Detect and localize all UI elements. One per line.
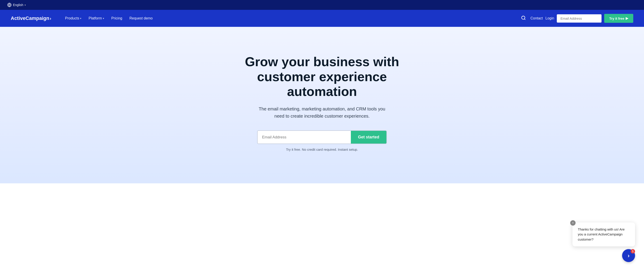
language-selector[interactable]: English ▾ xyxy=(7,3,26,7)
hero-title: Grow your business with customer experie… xyxy=(230,54,414,99)
platform-chevron: ▾ xyxy=(103,17,104,20)
hero-subtitle: The email marketing, marketing automatio… xyxy=(257,105,387,120)
nav-products[interactable]: Products ▾ xyxy=(62,14,84,22)
nav-try-free-button[interactable]: Try it free ▶ xyxy=(604,14,633,23)
hero-email-input[interactable] xyxy=(258,131,351,144)
logo[interactable]: ActiveCampaign › xyxy=(11,16,51,21)
nav-platform[interactable]: Platform ▾ xyxy=(86,14,107,22)
hero-get-started-button[interactable]: Get started xyxy=(351,131,386,144)
nav-login[interactable]: Login xyxy=(546,16,554,20)
nav-email-input[interactable] xyxy=(557,14,602,22)
globe-icon xyxy=(7,3,12,7)
navbar: ActiveCampaign › Products ▾ Platform ▾ P… xyxy=(0,10,644,27)
nav-contact[interactable]: Contact xyxy=(530,16,543,20)
logo-arrow: › xyxy=(50,16,51,21)
hero-section: Grow your business with customer experie… xyxy=(0,27,644,183)
svg-line-3 xyxy=(524,19,525,20)
nav-request-demo[interactable]: Request demo xyxy=(126,14,156,22)
hero-form: Get started xyxy=(257,130,387,144)
chevron-down-icon: ▾ xyxy=(24,4,26,6)
nav-pricing[interactable]: Pricing xyxy=(108,14,126,22)
search-icon[interactable] xyxy=(519,14,528,23)
hero-disclaimer: Try it free. No credit card required. In… xyxy=(286,148,358,152)
products-chevron: ▾ xyxy=(80,17,82,20)
language-label: English xyxy=(13,3,23,7)
try-btn-arrow: ▶ xyxy=(626,16,628,20)
svg-point-2 xyxy=(522,16,525,19)
top-bar: English ▾ xyxy=(0,0,644,10)
nav-links: Products ▾ Platform ▾ Pricing Request de… xyxy=(62,14,519,22)
nav-actions: Contact Login Try it free ▶ xyxy=(519,14,633,23)
logo-text: ActiveCampaign xyxy=(11,16,49,21)
